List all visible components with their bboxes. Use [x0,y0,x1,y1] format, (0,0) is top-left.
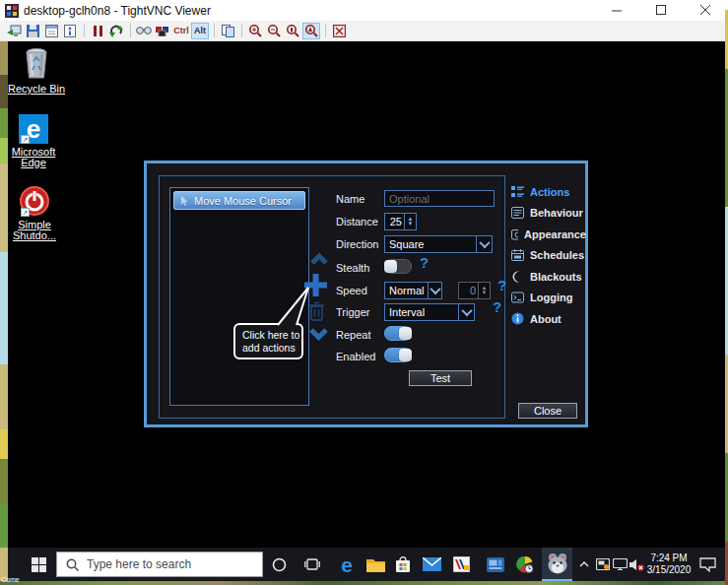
test-button[interactable]: Test [409,370,472,386]
taskbar-vnc-button[interactable] [446,548,476,581]
stealth-help-icon[interactable]: ? [420,254,429,271]
trigger-label: Trigger [336,306,369,318]
ctrl-toggle-button[interactable]: Ctrl [172,23,190,39]
taskbar-move-mouse-button[interactable] [542,548,572,581]
ctrl-alt-del-button[interactable] [135,23,153,39]
clock-time: 7:24 PM [642,552,695,564]
taskbar-app-blue-button[interactable] [481,548,510,581]
vnc-icon [453,556,470,572]
store-icon [395,556,411,573]
tray-expand-button[interactable] [573,548,595,581]
tooltip-line1: Click here to [242,329,301,342]
speed-select[interactable]: Normal [384,282,442,299]
move-down-button[interactable] [309,328,328,341]
hotkeys-button[interactable] [154,23,171,39]
enabled-label: Enabled [336,351,375,362]
connection-info-button[interactable] [61,23,79,39]
pause-button[interactable] [89,23,106,39]
nav-item-logging[interactable]: Logging [511,292,586,304]
vnc-titlebar: desktop-gclh0n8 - TightVNC Viewer [0,0,728,21]
taskbar-mail-button[interactable] [417,548,446,581]
spinner-down-icon[interactable]: ▼ [408,222,414,227]
speed-value: Normal [385,283,428,298]
console-icon [511,292,524,303]
fullscreen-button[interactable] [330,23,348,39]
nav-item-blackouts[interactable]: Blackouts [511,270,586,283]
vnc-toolbar: Ctrl Alt [0,21,728,41]
clipboard-transfer-button[interactable] [219,23,236,39]
mail-icon [423,557,441,571]
desktop-icon-microsoft-edge[interactable]: e ↗ Microsoft Edge [3,114,64,168]
screen: desktop-gclh0n8 - TightVNC Viewer [0,0,728,585]
direction-value: Square [385,236,476,252]
direction-select[interactable]: Square [384,235,493,253]
taskbar-clock[interactable]: 7:24 PM 3/15/2020 [642,552,695,576]
save-session-button[interactable] [24,23,41,39]
tray-display-icon[interactable] [611,548,629,581]
taskbar-clock-chart-button[interactable] [510,548,540,581]
dropdown-chevron-icon[interactable] [458,304,474,320]
zoom-in-button[interactable] [246,23,264,39]
taskbar-search-box[interactable] [56,552,263,577]
desktop-icon-label: Recycle Bin [6,84,67,95]
name-input[interactable] [385,191,494,206]
move-up-button[interactable] [310,252,328,265]
taskbar: e [8,548,725,581]
search-input[interactable] [85,556,262,572]
task-view-button[interactable] [298,548,327,581]
pie-clock-icon [516,556,534,573]
alt-toggle-button[interactable]: Alt [191,23,209,39]
action-center-button[interactable] [695,548,719,581]
tooltip-tail [274,284,313,327]
taskbar-file-explorer-button[interactable] [361,548,390,581]
tooltip-line2: add actions [242,342,301,355]
close-window-button[interactable] [684,0,728,21]
stealth-toggle[interactable] [384,259,412,274]
repeat-toggle[interactable] [384,326,412,341]
nav-item-actions[interactable]: Actions [511,185,586,198]
nav-item-appearance[interactable]: Appearance [511,228,586,240]
maximize-button[interactable] [639,0,684,21]
desktop-icon-label2: Shutdo... [4,230,65,241]
distance-spinner[interactable]: 25 ▲▼ [384,213,417,230]
cortana-button[interactable] [264,548,294,581]
info-icon [511,312,524,325]
tray-app-icon-1[interactable] [594,548,612,581]
dropdown-chevron-icon[interactable] [476,236,492,252]
shortcut-arrow-icon: ↗ [21,208,30,217]
nav-item-about[interactable]: About [511,312,586,325]
zoom-100-button[interactable] [284,23,301,39]
speed-help-icon[interactable]: ? [497,277,506,293]
zoom-out-button[interactable] [265,23,283,39]
nav-item-behaviour[interactable]: Behaviour [511,207,586,220]
start-button[interactable] [24,548,53,581]
trigger-select[interactable]: Interval [384,303,475,321]
behaviour-icon [511,207,524,219]
edge-icon: e ↗ [3,114,64,144]
minimize-button[interactable] [595,0,639,21]
list-item-move-mouse-cursor[interactable]: Move Mouse Cursor [173,191,305,210]
trigger-value: Interval [385,304,458,320]
nav-item-schedules[interactable]: Schedules [511,249,586,262]
desktop-icon-simple-shutdown[interactable]: ↗ Simple Shutdo... [4,185,65,241]
app-close-button[interactable]: Close [518,403,577,419]
appearance-icon [511,228,518,240]
recycle-bin-icon [6,47,67,81]
desktop-icon-recycle-bin[interactable]: Recycle Bin [6,47,67,95]
power-icon: ↗ [4,185,65,217]
new-connection-button[interactable] [5,23,23,39]
zoom-auto-button[interactable] [302,23,320,39]
name-field[interactable] [384,190,495,207]
refresh-button[interactable] [107,23,125,39]
taskbar-edge-button[interactable]: e [332,548,362,581]
chevron-up-icon [579,561,589,567]
chevron-down-icon [309,328,328,341]
trigger-help-icon[interactable]: ? [493,298,501,315]
app-nav: Actions Behaviour Appearance Schedules B… [511,185,586,334]
alt-label: Alt [194,26,206,35]
dropdown-chevron-icon[interactable] [428,283,441,298]
enabled-toggle[interactable] [384,348,412,362]
connection-options-button[interactable] [42,23,60,39]
taskbar-store-button[interactable] [388,548,418,581]
speed-label: Speed [336,285,367,296]
